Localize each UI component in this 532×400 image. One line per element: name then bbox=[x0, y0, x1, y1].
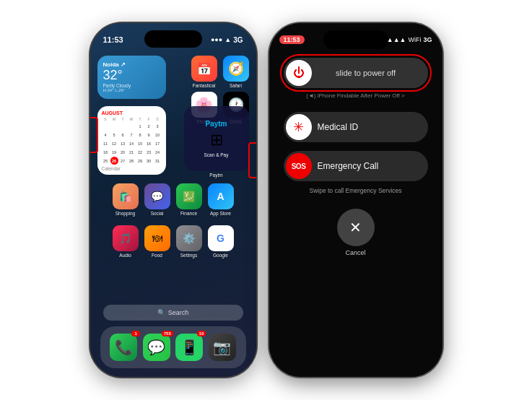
google-label: Google bbox=[213, 253, 228, 258]
shopping-label: Shopping bbox=[115, 211, 135, 216]
phone2-screen: 11:53 ▲▲▲ WiFi 3G ⏻ slide to power off bbox=[269, 23, 442, 377]
fantastical-label: Fantastical bbox=[193, 83, 215, 88]
whatsapp-icon: 📱 bbox=[180, 339, 199, 356]
status-icons: ●●●▲3G bbox=[211, 36, 243, 44]
messages-dock-icon[interactable]: 💬 755 bbox=[143, 334, 170, 361]
whatsapp-badge: 10 bbox=[197, 331, 206, 336]
google-icon: G bbox=[208, 225, 234, 251]
finance-app[interactable]: 💹 Finance bbox=[176, 183, 202, 216]
cal-day-t1: T bbox=[119, 117, 127, 121]
cancel-button[interactable]: ✕ bbox=[337, 209, 375, 246]
emergency-call-label: Emergency Call bbox=[318, 161, 379, 171]
safari-icon: 🧭 bbox=[223, 56, 249, 82]
shopping-icon: 🛍️ bbox=[113, 183, 139, 209]
cancel-icon: ✕ bbox=[349, 219, 362, 236]
apps-top-right: 📅 Fantastical 🧭 Safari bbox=[191, 56, 249, 88]
calendar-month: AUGUST bbox=[102, 110, 162, 116]
appstore-icon: A bbox=[208, 183, 234, 209]
calendar-label: Calendar bbox=[102, 166, 162, 171]
slider-text: slide to power off bbox=[312, 69, 426, 77]
power-icon: ⏻ bbox=[293, 66, 305, 79]
cal-day-s1: S bbox=[102, 117, 110, 121]
google-app[interactable]: G Google bbox=[208, 225, 234, 258]
cal-day-m: M bbox=[110, 117, 118, 121]
search-label: Search bbox=[168, 309, 189, 316]
calendar-grid: 1 2 3 4 5 6 7 8 9 10 11 12 13 14 15 16 1 bbox=[102, 122, 162, 165]
search-icon: 🔍 bbox=[157, 309, 165, 316]
medical-icon: ✳ bbox=[286, 114, 312, 140]
paytm-logo: Paytm bbox=[205, 120, 227, 128]
weather-range: H:34° L:26° bbox=[103, 88, 160, 92]
camera-dock-icon[interactable]: 📷 bbox=[209, 334, 236, 361]
weather-desc: Partly Cloudy bbox=[103, 83, 160, 88]
status-time-2: 11:53 bbox=[279, 35, 305, 44]
dock: 📞 1 💬 755 📱 10 📷 bbox=[100, 326, 246, 368]
phone-icon: 📞 bbox=[115, 339, 133, 356]
phone-dock-icon[interactable]: 📞 1 bbox=[110, 334, 137, 361]
food-icon: 🍽 bbox=[144, 225, 170, 251]
phone-badge: 1 bbox=[131, 331, 140, 336]
food-app[interactable]: 🍽 Food bbox=[144, 225, 170, 258]
calendar-days-header: S M T W T F S bbox=[102, 117, 162, 121]
cal-day-s2: S bbox=[154, 117, 162, 121]
social-app[interactable]: 💬 Social bbox=[144, 183, 170, 216]
fantastical-icon: 📅 bbox=[191, 56, 217, 82]
settings-icon: ⚙️ bbox=[176, 225, 202, 251]
weather-city: Noida ↗ bbox=[103, 61, 160, 68]
status-icons-2: ▲▲▲ WiFi 3G bbox=[387, 36, 432, 43]
cal-day-t2: T bbox=[136, 117, 144, 121]
fantastical-app[interactable]: 📅 Fantastical bbox=[191, 56, 217, 88]
scan-pay-box[interactable]: Paytm ⊞ Scan & Pay bbox=[184, 106, 249, 171]
phone1: 11:53 ●●●▲3G Noida ↗ 32° Partly Cloudy H… bbox=[90, 23, 256, 377]
safari-app[interactable]: 🧭 Safari bbox=[223, 56, 249, 88]
search-bar[interactable]: 🔍 Search bbox=[103, 305, 243, 321]
messages-badge: 755 bbox=[162, 331, 173, 336]
status-time: 11:53 bbox=[103, 35, 123, 44]
weather-widget[interactable]: Noida ↗ 32° Partly Cloudy H:34° L:26° bbox=[97, 56, 166, 99]
cal-day-w: W bbox=[128, 117, 136, 121]
shopping-app[interactable]: 🛍️ Shopping bbox=[113, 183, 139, 216]
medical-id-button[interactable]: ✳ Medical ID bbox=[284, 112, 428, 142]
finance-label: Finance bbox=[180, 211, 197, 216]
medical-cross-icon: ✳ bbox=[293, 119, 304, 135]
audio-icon: 🎵 bbox=[113, 225, 139, 251]
scan-pay-widget[interactable]: Paytm ⊞ Scan & Pay Paytm bbox=[184, 106, 249, 178]
calendar-today: 26 bbox=[110, 157, 118, 165]
appstore-label: App Store bbox=[210, 211, 231, 216]
slider-thumb: ⏻ bbox=[286, 60, 312, 86]
phone2: 11:53 ▲▲▲ WiFi 3G ⏻ slide to power off bbox=[269, 23, 442, 377]
slider-container: ⏻ slide to power off bbox=[284, 58, 428, 88]
phone1-screen: 11:53 ●●●▲3G Noida ↗ 32° Partly Cloudy H… bbox=[90, 23, 256, 377]
food-label: Food bbox=[152, 253, 162, 258]
findable-text: (◄) iPhone Findable After Power Off > bbox=[306, 92, 405, 99]
messages-icon: 💬 bbox=[147, 339, 165, 356]
qr-icon: ⊞ bbox=[210, 131, 223, 149]
main-container: 11:53 ●●●▲3G Noida ↗ 32° Partly Cloudy H… bbox=[0, 0, 532, 400]
scan-pay-label: Scan & Pay bbox=[204, 152, 229, 157]
paytm-label: Paytm bbox=[209, 173, 222, 178]
audio-label: Audio bbox=[119, 253, 131, 258]
status-bar: 11:53 ●●●▲3G bbox=[90, 23, 256, 51]
sos-icon: SOS bbox=[286, 153, 312, 179]
finance-icon: 💹 bbox=[176, 183, 202, 209]
apps-row4: 🎵 Audio 🍽 Food ⚙️ Settings G Google bbox=[97, 225, 249, 258]
swipe-text: Swipe to call Emergency Services bbox=[309, 187, 401, 194]
weather-temp: 32° bbox=[103, 68, 160, 83]
settings-label: Settings bbox=[180, 253, 198, 258]
calendar-widget[interactable]: AUGUST S M T W T F S 1 2 bbox=[97, 106, 166, 175]
social-icon: 💬 bbox=[144, 183, 170, 209]
emergency-call-button[interactable]: SOS Emergency Call bbox=[284, 151, 428, 181]
power-off-slider[interactable]: ⏻ slide to power off bbox=[284, 58, 428, 88]
appstore-app[interactable]: A App Store bbox=[208, 183, 234, 216]
social-label: Social bbox=[151, 211, 164, 216]
status-bar-2: 11:53 ▲▲▲ WiFi 3G bbox=[269, 23, 442, 51]
medical-id-label: Medical ID bbox=[318, 122, 359, 132]
whatsapp-dock-icon[interactable]: 📱 10 bbox=[175, 334, 203, 361]
cancel-label: Cancel bbox=[345, 249, 365, 256]
cal-day-f: F bbox=[145, 117, 153, 121]
settings-app[interactable]: ⚙️ Settings bbox=[176, 225, 202, 258]
safari-label: Safari bbox=[230, 83, 242, 88]
poweroff-screen: ⏻ slide to power off (◄) iPhone Findable… bbox=[269, 23, 442, 377]
camera-icon: 📷 bbox=[213, 339, 231, 356]
audio-app[interactable]: 🎵 Audio bbox=[113, 225, 139, 258]
